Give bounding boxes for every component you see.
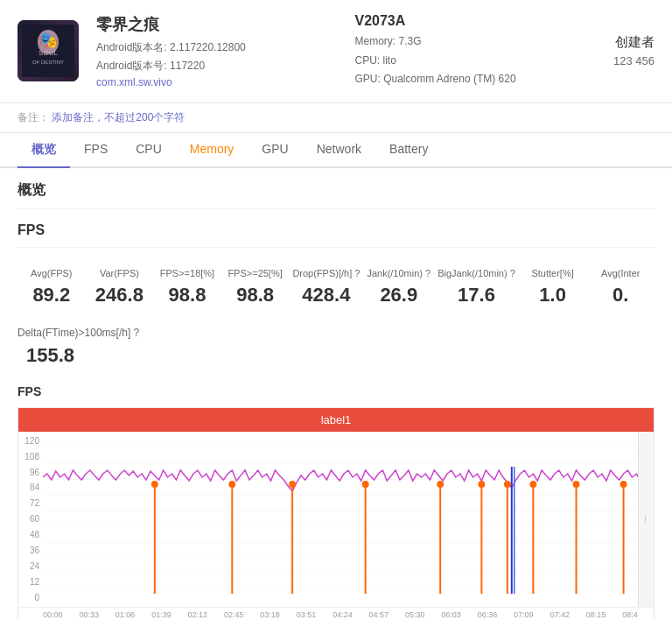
- metric-value-0: 89.2: [21, 284, 82, 306]
- svg-point-32: [573, 481, 580, 488]
- y-label: 96: [22, 468, 39, 477]
- metric-value-6: 17.6: [438, 284, 515, 306]
- x-label: 04:57: [369, 610, 389, 619]
- notes-link[interactable]: 添加备注，不超过200个字符: [52, 111, 185, 123]
- svg-point-26: [478, 481, 485, 488]
- tab-memory[interactable]: Memory: [176, 133, 248, 168]
- x-label: 02:12: [188, 610, 208, 619]
- y-label: 120: [22, 436, 39, 446]
- main-content: 概览 FPS Avg(FPS) 89.2 Var(FPS) 246.8 FPS>…: [0, 168, 672, 620]
- device-memory: Memory: 7.3G: [355, 32, 597, 52]
- x-label: 02:45: [224, 610, 244, 619]
- metric-fps18: FPS>=18[%] 98.8: [153, 261, 221, 314]
- creator-id: 123 456: [613, 54, 654, 67]
- device-cpu: CPU: lito: [355, 52, 597, 71]
- x-label: 07:09: [514, 610, 534, 619]
- x-label: 05:30: [405, 610, 425, 619]
- metric-label-1: Var(FPS): [89, 268, 150, 278]
- metric-avg-fps: Avg(FPS) 89.2: [18, 261, 86, 314]
- metric-label-4: Drop(FPS)[/h] ?: [292, 268, 360, 278]
- metric-value-4: 428.4: [292, 284, 360, 306]
- metric-interframe: Avg(Inter 0.: [586, 261, 654, 314]
- x-label: 07:42: [550, 610, 570, 619]
- metric-value-7: 1.0: [522, 284, 584, 306]
- svg-point-24: [437, 481, 444, 488]
- metric-label-7: Stutter[%]: [522, 268, 584, 278]
- fps-metrics-grid: Avg(FPS) 89.2 Var(FPS) 246.8 FPS>=18[%] …: [18, 261, 654, 314]
- tab-gpu[interactable]: GPU: [248, 133, 302, 168]
- y-label: 0: [22, 593, 39, 602]
- metric-drop: Drop(FPS)[/h] ? 428.4: [289, 261, 363, 314]
- page-title: 概览: [18, 181, 654, 209]
- svg-point-28: [504, 481, 511, 488]
- tab-network[interactable]: Network: [303, 133, 375, 168]
- metric-label-5: Jank(/10min) ?: [367, 268, 430, 278]
- x-label: 06:36: [478, 610, 498, 619]
- package-name: com.xml.sw.vivo: [96, 76, 338, 88]
- x-label: 00:33: [79, 610, 99, 619]
- chart-inner: FPS: [43, 432, 654, 607]
- metric-value-2: 98.8: [157, 284, 218, 306]
- svg-text:🎭: 🎭: [38, 31, 59, 50]
- x-label: 00:00: [43, 610, 63, 619]
- app-icon: SOUL OF DESTINY 🎭: [18, 20, 79, 81]
- tab-fps[interactable]: FPS: [70, 133, 122, 168]
- right-sidebar: —: [638, 432, 654, 607]
- y-label: 48: [22, 530, 39, 539]
- fps-chart-section: FPS label1 120 108 96 84 72 60 48 36 24 …: [18, 384, 654, 620]
- svg-point-20: [289, 481, 296, 488]
- metric-value-5: 26.9: [367, 284, 430, 306]
- fps-title: FPS: [18, 222, 654, 248]
- y-label: 36: [22, 546, 39, 555]
- metric-fps25: FPS>=25[%] 98.8: [221, 261, 290, 314]
- tab-overview[interactable]: 概览: [18, 133, 70, 168]
- delta-value: 155.8: [18, 344, 654, 367]
- tab-cpu[interactable]: CPU: [122, 133, 176, 168]
- metric-label-0: Avg(FPS): [21, 268, 82, 278]
- y-label: 12: [22, 577, 39, 587]
- device-info: V2073A Memory: 7.3G CPU: lito GPU: Qualc…: [355, 13, 597, 89]
- y-axis: 120 108 96 84 72 60 48 36 24 12 0: [18, 432, 43, 607]
- metric-label-2: FPS>=18[%]: [157, 268, 218, 278]
- metric-value-1: 246.8: [89, 284, 150, 306]
- metric-label-8: Avg(Inter: [590, 268, 651, 278]
- delta-label: Delta(FTime)>100ms[/h] ?: [18, 327, 654, 339]
- y-label: 60: [22, 514, 39, 524]
- tab-bar: 概览 FPS CPU Memory GPU Network Battery: [0, 133, 672, 168]
- x-label: 04:24: [332, 610, 353, 619]
- metric-var-fps: Var(FPS) 246.8: [86, 261, 154, 314]
- svg-point-34: [620, 481, 627, 488]
- android-code: Android版本号: 117220: [96, 57, 338, 76]
- svg-point-18: [228, 481, 235, 488]
- x-label: 08:15: [586, 610, 606, 619]
- device-model: V2073A: [355, 13, 597, 29]
- x-label: 01:06: [116, 610, 136, 619]
- notes-prefix: 备注：: [18, 111, 49, 123]
- creator-label: 创建者: [613, 34, 654, 51]
- chart-label-bar: label1: [18, 408, 654, 432]
- x-label: 06:03: [441, 610, 461, 619]
- svg-point-16: [151, 481, 158, 488]
- svg-text:OF DESTINY: OF DESTINY: [32, 60, 64, 65]
- svg-point-30: [529, 481, 536, 488]
- x-label: 03:51: [297, 610, 317, 619]
- delta-section: Delta(FTime)>100ms[/h] ? 155.8: [18, 327, 654, 367]
- chart-svg: [43, 432, 654, 607]
- x-label: 01:39: [151, 610, 172, 619]
- app-name: 零界之痕: [96, 14, 338, 35]
- x-label: 08:4: [622, 610, 638, 619]
- metric-jank: Jank(/10min) ? 26.9: [363, 261, 434, 314]
- app-info: 零界之痕 Android版本名: 2.117220.12800 Android版…: [96, 14, 338, 88]
- notes-bar: 备注： 添加备注，不超过200个字符: [0, 103, 672, 133]
- y-label: 72: [22, 498, 39, 508]
- tab-battery[interactable]: Battery: [375, 133, 442, 168]
- metric-value-8: 0.: [590, 284, 651, 306]
- metric-stutter: Stutter[%] 1.0: [519, 261, 587, 314]
- x-axis: 00:00 00:33 01:06 01:39 02:12 02:45 03:1…: [18, 607, 654, 620]
- y-label: 24: [22, 561, 39, 571]
- svg-point-22: [362, 481, 369, 488]
- sidebar-label: —: [642, 516, 650, 523]
- device-gpu: GPU: Qualcomm Adreno (TM) 620: [355, 70, 597, 89]
- x-label: 03:18: [260, 610, 280, 619]
- y-label: 108: [22, 452, 39, 461]
